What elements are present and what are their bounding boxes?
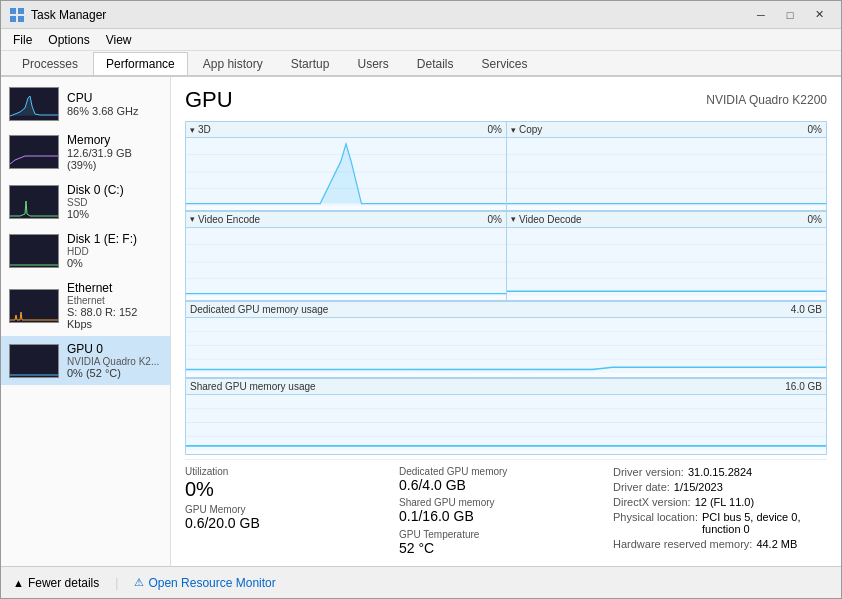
utilization-value: 0% [185, 478, 399, 500]
tab-performance[interactable]: Performance [93, 52, 188, 75]
chart-video-encode: ▾ Video Encode 0% [185, 211, 506, 301]
svg-rect-1 [18, 8, 24, 14]
chart-copy-header: ▾ Copy 0% [507, 122, 826, 138]
task-manager-window: Task Manager ─ □ ✕ File Options View Pro… [0, 0, 842, 599]
tab-users[interactable]: Users [344, 52, 401, 75]
chart-3d-pct: 0% [488, 124, 502, 135]
gpu-label: GPU 0 [67, 342, 162, 356]
chart-video-decode: ▾ Video Decode 0% [506, 211, 827, 301]
chart-vdecode-pct: 0% [808, 214, 822, 225]
dedicated-gpu-mem-label: Dedicated GPU memory [399, 466, 613, 477]
disk0-info: Disk 0 (C:) SSD 10% [67, 183, 162, 220]
chart-vdecode-label: Video Decode [519, 214, 582, 225]
driver-info: Driver version: 31.0.15.2824 Driver date… [613, 466, 827, 550]
sidebar-item-ethernet[interactable]: Ethernet Ethernet S: 88.0 R: 152 Kbps [1, 275, 170, 336]
fewer-details-label: Fewer details [28, 576, 99, 590]
chevron-down-icon: ▾ [190, 125, 195, 135]
menu-bar: File Options View [1, 29, 841, 51]
chart-dedicatedmem-label: Dedicated GPU memory usage [190, 304, 328, 315]
chart-sharedmem-header: Shared GPU memory usage 16.0 GB [186, 379, 826, 395]
utilization-label: Utilization [185, 466, 399, 477]
gpu-memory-value: 0.6/20.0 GB [185, 516, 399, 531]
chart-dedicatedmem-header: Dedicated GPU memory usage 4.0 GB [186, 302, 826, 318]
ethernet-value: S: 88.0 R: 152 Kbps [67, 306, 162, 330]
disk0-label: Disk 0 (C:) [67, 183, 162, 197]
directx-value: 12 (FL 11.0) [695, 496, 755, 508]
disk1-value: 0% [67, 257, 162, 269]
chart-vencode-canvas [186, 228, 506, 296]
tab-bar: Processes Performance App history Startu… [1, 51, 841, 77]
sidebar-item-cpu[interactable]: CPU 86% 3.68 GHz [1, 81, 170, 127]
fewer-details-button[interactable]: ▲ Fewer details [13, 576, 99, 590]
svg-rect-9 [10, 345, 59, 378]
chart-copy-label: Copy [519, 124, 542, 135]
chart-copy-pct: 0% [808, 124, 822, 135]
disk1-label: Disk 1 (E: F:) [67, 232, 162, 246]
driver-version-label: Driver version: [613, 466, 684, 478]
chart-row-2: ▾ Video Encode 0% [185, 211, 827, 301]
sidebar-item-gpu[interactable]: GPU 0 NVIDIA Quadro K2... 0% (52 °C) [1, 336, 170, 385]
svg-rect-2 [10, 16, 16, 22]
gpu-sub: NVIDIA Quadro K2... [67, 356, 162, 367]
open-resource-monitor-link[interactable]: ⚠ Open Resource Monitor [134, 576, 275, 590]
tab-details[interactable]: Details [404, 52, 467, 75]
stat-dedicated-col: Dedicated GPU memory 0.6/4.0 GB Shared G… [399, 466, 613, 556]
stat-driver-col: Driver version: 31.0.15.2824 Driver date… [613, 466, 827, 556]
disk1-sub: HDD [67, 246, 162, 257]
window-title: Task Manager [31, 8, 747, 22]
disk0-thumbnail [9, 185, 59, 219]
chart-vencode-header: ▾ Video Encode 0% [186, 212, 506, 228]
app-icon [9, 7, 25, 23]
directx-row: DirectX version: 12 (FL 11.0) [613, 496, 827, 508]
resource-monitor-icon: ⚠ [134, 576, 144, 589]
chart-vdecode-header: ▾ Video Decode 0% [507, 212, 826, 228]
chart-sharedmem-canvas [186, 395, 826, 450]
bottom-stats: Utilization 0% GPU Memory 0.6/20.0 GB De… [185, 459, 827, 556]
gpu-info: GPU 0 NVIDIA Quadro K2... 0% (52 °C) [67, 342, 162, 379]
gpu-temp-label: GPU Temperature [399, 529, 613, 540]
gpu-model: NVIDIA Quadro K2200 [706, 93, 827, 107]
gpu-title: GPU [185, 87, 233, 113]
chart-3d-canvas [186, 138, 506, 206]
maximize-button[interactable]: □ [776, 5, 804, 25]
charts-area: ▾ 3D 0% [185, 121, 827, 455]
svg-rect-6 [10, 186, 59, 219]
chevron-up-icon: ▲ [13, 577, 24, 589]
menu-file[interactable]: File [5, 31, 40, 49]
menu-view[interactable]: View [98, 31, 140, 49]
tab-processes[interactable]: Processes [9, 52, 91, 75]
chevron-down-icon-4: ▾ [511, 214, 516, 224]
chart-sharedmem-max: 16.0 GB [785, 381, 822, 392]
menu-options[interactable]: Options [40, 31, 97, 49]
memory-thumbnail [9, 135, 59, 169]
svg-rect-8 [10, 290, 59, 323]
stat-utilization-col: Utilization 0% GPU Memory 0.6/20.0 GB [185, 466, 399, 556]
cpu-value: 86% 3.68 GHz [67, 105, 162, 117]
gpu-thumbnail [9, 344, 59, 378]
close-button[interactable]: ✕ [805, 5, 833, 25]
tab-startup[interactable]: Startup [278, 52, 343, 75]
title-bar: Task Manager ─ □ ✕ [1, 1, 841, 29]
svg-rect-0 [10, 8, 16, 14]
shared-gpu-mem-label: Shared GPU memory [399, 497, 613, 508]
chart-copy: ▾ Copy 0% [506, 121, 827, 211]
chart-copy-canvas [507, 138, 826, 206]
tab-services[interactable]: Services [469, 52, 541, 75]
chart-vencode-pct: 0% [488, 214, 502, 225]
cpu-info: CPU 86% 3.68 GHz [67, 91, 162, 117]
ethernet-sub: Ethernet [67, 295, 162, 306]
physical-location-value: PCI bus 5, device 0, function 0 [702, 511, 827, 535]
disk0-value: 10% [67, 208, 162, 220]
chart-3d: ▾ 3D 0% [185, 121, 506, 211]
sidebar: CPU 86% 3.68 GHz Memory 12.6/31.9 GB (39… [1, 77, 171, 566]
physical-location-row: Physical location: PCI bus 5, device 0, … [613, 511, 827, 535]
chart-dedicatedmem-canvas [186, 318, 826, 373]
dedicated-gpu-mem-value: 0.6/4.0 GB [399, 478, 613, 493]
tab-app-history[interactable]: App history [190, 52, 276, 75]
sidebar-item-disk0[interactable]: Disk 0 (C:) SSD 10% [1, 177, 170, 226]
hw-reserved-value: 44.2 MB [756, 538, 797, 550]
memory-value: 12.6/31.9 GB (39%) [67, 147, 162, 171]
sidebar-item-disk1[interactable]: Disk 1 (E: F:) HDD 0% [1, 226, 170, 275]
minimize-button[interactable]: ─ [747, 5, 775, 25]
sidebar-item-memory[interactable]: Memory 12.6/31.9 GB (39%) [1, 127, 170, 177]
